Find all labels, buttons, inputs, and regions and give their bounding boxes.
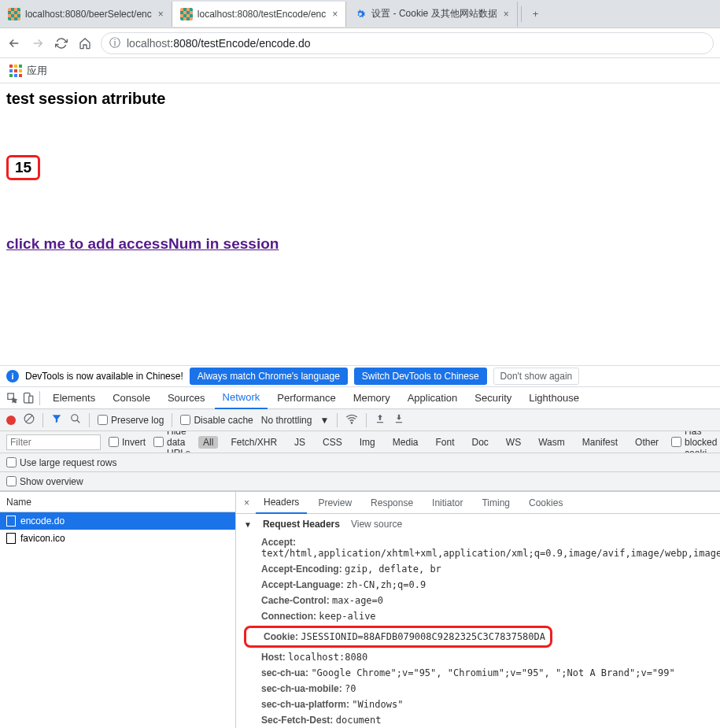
- tab-console[interactable]: Console: [105, 387, 158, 409]
- inspect-icon[interactable]: [5, 391, 19, 405]
- request-list: Name encode.do favicon.ico: [0, 492, 236, 728]
- filter-icon[interactable]: [51, 413, 62, 427]
- detail-tab-cookies[interactable]: Cookies: [521, 492, 570, 514]
- filter-font[interactable]: Font: [430, 436, 459, 449]
- page-title: test session atrribute: [6, 90, 714, 108]
- view-source-link[interactable]: View source: [351, 519, 402, 530]
- filter-media[interactable]: Media: [388, 436, 423, 449]
- document-icon: [6, 533, 16, 544]
- close-icon[interactable]: ×: [158, 9, 164, 20]
- filter-other[interactable]: Other: [630, 436, 663, 449]
- new-tab-button[interactable]: +: [525, 2, 547, 27]
- filter-all[interactable]: All: [198, 436, 218, 449]
- close-detail-button[interactable]: ×: [241, 497, 253, 508]
- match-language-button[interactable]: Always match Chrome's language: [190, 368, 348, 385]
- header-sec-ch-ua: sec-ch-ua: "Google Chrome";v="95", "Chro…: [244, 665, 712, 681]
- tab-lighthouse[interactable]: Lighthouse: [521, 387, 587, 409]
- disable-cache-checkbox[interactable]: Disable cache: [180, 415, 253, 426]
- filter-ws[interactable]: WS: [501, 436, 526, 449]
- detail-tabs: × Headers Preview Response Initiator Tim…: [236, 492, 720, 514]
- detail-tab-timing[interactable]: Timing: [474, 492, 518, 514]
- detail-tab-headers[interactable]: Headers: [256, 492, 307, 514]
- network-filter-bar: Invert Hide data URLs All Fetch/XHR JS C…: [0, 431, 720, 453]
- filter-fetch[interactable]: Fetch/XHR: [226, 436, 282, 449]
- switch-chinese-button[interactable]: Switch DevTools to Chinese: [354, 368, 487, 385]
- bookmark-bar: 应用: [0, 58, 720, 83]
- filter-css[interactable]: CSS: [318, 436, 347, 449]
- close-icon[interactable]: ×: [332, 9, 338, 20]
- site-info-icon[interactable]: ⓘ: [109, 36, 120, 50]
- search-icon[interactable]: [70, 413, 81, 427]
- devtools-tabs: Elements Console Sources Network Perform…: [0, 387, 720, 409]
- filter-manifest[interactable]: Manifest: [578, 436, 622, 449]
- tab-elements[interactable]: Elements: [45, 387, 103, 409]
- devtools-banner: i DevTools is now available in Chinese! …: [0, 365, 720, 387]
- filter-wasm[interactable]: Wasm: [534, 436, 570, 449]
- hide-data-urls-checkbox[interactable]: Hide data URLs: [153, 431, 190, 453]
- chevron-down-icon[interactable]: ▼: [319, 415, 329, 426]
- request-list-header[interactable]: Name: [0, 492, 235, 512]
- browser-tab-bar: localhost:8080/beerSelect/enc × localhos…: [0, 0, 720, 28]
- large-rows-checkbox[interactable]: Use large request rows: [6, 457, 116, 468]
- detail-tab-response[interactable]: Response: [363, 492, 421, 514]
- headers-body: ▼ Request Headers View source Accept: te…: [236, 514, 720, 728]
- record-button[interactable]: [6, 416, 16, 425]
- network-options-row1: Use large request rows: [0, 453, 720, 472]
- filter-js[interactable]: JS: [290, 436, 310, 449]
- banner-message: DevTools is now available in Chinese!: [25, 371, 183, 382]
- browser-tab-1[interactable]: localhost:8080/beerSelect/enc ×: [0, 2, 172, 27]
- header-cache-control: Cache-Control: max-age=0: [244, 593, 712, 608]
- browser-tab-3[interactable]: 设置 - Cookie 及其他网站数据 ×: [346, 2, 517, 27]
- detail-tab-preview[interactable]: Preview: [310, 492, 360, 514]
- info-icon: i: [6, 370, 19, 382]
- close-icon[interactable]: ×: [504, 9, 509, 20]
- page-content: test session atrribute 15 click me to ad…: [0, 83, 720, 365]
- upload-icon[interactable]: [375, 413, 386, 427]
- apps-icon[interactable]: [9, 65, 22, 77]
- clear-button[interactable]: [24, 413, 35, 427]
- wifi-icon[interactable]: [345, 412, 358, 427]
- reload-button[interactable]: [54, 35, 69, 51]
- filter-img[interactable]: Img: [355, 436, 380, 449]
- request-row-encode[interactable]: encode.do: [0, 512, 235, 530]
- url-field[interactable]: ⓘ localhost:8080/testEncode/encode.do: [101, 32, 714, 54]
- download-icon[interactable]: [393, 413, 404, 427]
- favicon-icon: [180, 8, 193, 20]
- home-button[interactable]: [77, 35, 93, 51]
- document-icon: [6, 516, 16, 527]
- network-body: Name encode.do favicon.ico × Headers Pre…: [0, 491, 720, 728]
- request-headers-section[interactable]: ▼ Request Headers View source: [244, 519, 712, 530]
- svg-rect-2: [28, 396, 32, 403]
- header-sec-ch-ua-platform: sec-ch-ua-platform: "Windows": [244, 697, 712, 712]
- header-accept-encoding: Accept-Encoding: gzip, deflate, br: [244, 561, 712, 577]
- tab-network[interactable]: Network: [215, 387, 268, 409]
- favicon-icon: [8, 8, 20, 20]
- apps-label[interactable]: 应用: [27, 64, 47, 78]
- add-access-link[interactable]: click me to add accessNum in session: [6, 235, 279, 252]
- url-path: :8080/testEncode/encode.do: [170, 37, 310, 50]
- dont-show-button[interactable]: Don't show again: [493, 368, 580, 385]
- tab-security[interactable]: Security: [467, 387, 519, 409]
- filter-doc[interactable]: Doc: [467, 436, 493, 449]
- forward-button[interactable]: [30, 35, 46, 51]
- back-button[interactable]: [6, 35, 22, 51]
- filter-input[interactable]: [6, 434, 101, 450]
- blocked-cookies-checkbox[interactable]: Has blocked cooki: [671, 431, 717, 453]
- tab-title: localhost:8080/testEncode/enc: [198, 9, 326, 20]
- request-row-favicon[interactable]: favicon.ico: [0, 530, 235, 547]
- device-icon[interactable]: [20, 391, 35, 405]
- browser-tab-2[interactable]: localhost:8080/testEncode/enc ×: [172, 2, 346, 27]
- triangle-down-icon: ▼: [244, 520, 252, 529]
- tab-sources[interactable]: Sources: [160, 387, 213, 409]
- gear-icon: [354, 8, 367, 20]
- header-sec-ch-ua-mobile: sec-ch-ua-mobile: ?0: [244, 681, 712, 697]
- detail-tab-initiator[interactable]: Initiator: [424, 492, 471, 514]
- tab-performance[interactable]: Performance: [269, 387, 343, 409]
- preserve-log-checkbox[interactable]: Preserve log: [98, 415, 164, 426]
- invert-checkbox[interactable]: Invert: [109, 437, 146, 448]
- tab-application[interactable]: Application: [400, 387, 466, 409]
- header-accept-language: Accept-Language: zh-CN,zh;q=0.9: [244, 577, 712, 593]
- show-overview-checkbox[interactable]: Show overview: [6, 476, 83, 487]
- tab-memory[interactable]: Memory: [345, 387, 398, 409]
- throttling-select[interactable]: No throttling: [261, 415, 312, 426]
